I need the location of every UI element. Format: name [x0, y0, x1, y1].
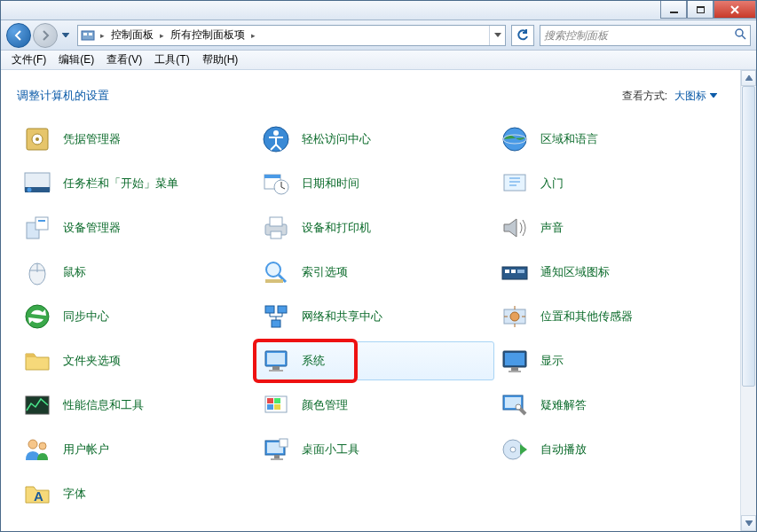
item-date-time[interactable]: 日期和时间: [256, 164, 494, 203]
svg-rect-28: [505, 270, 509, 273]
svg-rect-60: [280, 439, 288, 447]
item-label: 鼠标: [63, 264, 86, 280]
item-sound[interactable]: 声音: [494, 208, 733, 247]
view-mode-selector[interactable]: 查看方式: 大图标: [622, 89, 717, 104]
refresh-button[interactable]: [511, 25, 534, 46]
safe-icon: [22, 124, 52, 154]
svg-rect-22: [270, 217, 282, 226]
item-user-accounts[interactable]: 用户帐户: [17, 430, 256, 469]
breadcrumb-caret-icon: ▸: [98, 31, 107, 40]
close-button[interactable]: [714, 1, 756, 19]
svg-point-8: [273, 130, 279, 136]
breadcrumb-item-2[interactable]: 所有控制面板项: [167, 26, 248, 45]
system-icon: [261, 346, 291, 376]
svg-point-62: [510, 447, 516, 452]
item-device-manager[interactable]: 设备管理器: [17, 208, 256, 247]
svg-rect-15: [264, 175, 280, 178]
menu-help[interactable]: 帮助(H): [197, 51, 244, 69]
item-getting-started[interactable]: 入门: [494, 164, 733, 203]
item-notification-area[interactable]: 通知区域图标: [494, 253, 733, 292]
item-label: 设备和打印机: [302, 220, 371, 236]
item-ease-of-access[interactable]: 轻松访问中心: [256, 120, 494, 159]
scroll-thumb[interactable]: [742, 86, 755, 387]
search-icon[interactable]: [734, 27, 746, 43]
item-desktop-gadgets[interactable]: 桌面小工具: [256, 430, 494, 469]
svg-point-6: [35, 137, 39, 141]
item-color-management[interactable]: 颜色管理: [256, 386, 494, 425]
nav-history-dropdown[interactable]: [59, 23, 72, 48]
item-label: 通知区域图标: [540, 264, 610, 280]
svg-point-36: [510, 312, 519, 321]
svg-rect-26: [265, 279, 283, 283]
svg-point-31: [26, 305, 49, 328]
vertical-scrollbar[interactable]: [740, 70, 756, 531]
svg-point-3: [736, 29, 743, 36]
menu-edit[interactable]: 编辑(E): [53, 51, 99, 69]
search-input[interactable]: [544, 29, 734, 42]
view-mode-label: 查看方式:: [622, 89, 667, 104]
minimize-button[interactable]: [660, 1, 687, 19]
scroll-up-button[interactable]: [741, 70, 756, 86]
svg-rect-33: [278, 306, 287, 313]
users-icon: [22, 434, 52, 465]
scroll-track[interactable]: [741, 86, 756, 515]
item-autoplay[interactable]: 自动播放: [494, 430, 733, 469]
item-label: 字体: [63, 486, 86, 502]
search-box[interactable]: [540, 25, 751, 46]
item-mouse[interactable]: 鼠标: [17, 253, 256, 292]
svg-text:A: A: [34, 489, 43, 504]
item-label: 区域和语言: [540, 131, 598, 147]
content-area: 调整计算机的设置 查看方式: 大图标 凭据管理器 轻松访问中心: [1, 70, 756, 531]
svg-point-13: [28, 188, 32, 192]
svg-rect-30: [517, 270, 524, 273]
item-label: 入门: [540, 176, 564, 192]
item-label: 同步中心: [63, 309, 109, 325]
globe-icon: [500, 124, 530, 154]
svg-rect-39: [272, 366, 280, 370]
svg-rect-50: [274, 404, 280, 410]
item-label: 位置和其他传感器: [540, 309, 633, 325]
view-mode-value[interactable]: 大图标: [674, 89, 717, 104]
item-display[interactable]: 显示: [494, 341, 733, 380]
svg-rect-1: [83, 33, 87, 35]
item-region-language[interactable]: 区域和语言: [494, 120, 733, 159]
item-sync-center[interactable]: 同步中心: [17, 297, 256, 336]
svg-rect-32: [265, 306, 274, 313]
item-devices-printers[interactable]: 设备和打印机: [256, 208, 494, 247]
back-button[interactable]: [6, 23, 31, 48]
address-bar[interactable]: ▸ 控制面板 ▸ 所有控制面板项 ▸: [77, 25, 506, 46]
page-heading: 调整计算机的设置: [17, 88, 109, 104]
item-fonts[interactable]: A 字体: [17, 474, 256, 513]
item-label: 桌面小工具: [302, 442, 359, 458]
menu-file[interactable]: 文件(F): [6, 51, 51, 69]
address-history-dropdown[interactable]: [489, 26, 505, 45]
menu-view[interactable]: 查看(V): [101, 51, 147, 69]
item-label: 显示: [540, 353, 564, 369]
taskbar-icon: [22, 168, 52, 199]
item-taskbar-start[interactable]: 任务栏和「开始」菜单: [17, 164, 256, 203]
breadcrumb-item-1[interactable]: 控制面板: [107, 26, 157, 45]
menu-tools[interactable]: 工具(T): [149, 51, 194, 69]
fonts-icon: A: [22, 479, 52, 509]
svg-rect-44: [509, 371, 521, 372]
item-label: 性能信息和工具: [63, 397, 144, 413]
svg-rect-38: [267, 353, 285, 364]
network-icon: [261, 301, 291, 332]
scroll-down-button[interactable]: [741, 515, 756, 531]
forward-button[interactable]: [33, 23, 58, 48]
item-label: 轻松访问中心: [302, 131, 371, 147]
item-location-sensors[interactable]: 位置和其他传感器: [494, 297, 733, 336]
item-performance-info[interactable]: 性能信息和工具: [17, 386, 256, 425]
menubar: 文件(F) 编辑(E) 查看(V) 工具(T) 帮助(H): [1, 51, 756, 70]
item-system[interactable]: 系统: [256, 341, 494, 380]
item-troubleshooting[interactable]: 疑难解答: [494, 386, 733, 425]
autoplay-icon: [500, 434, 530, 465]
svg-rect-29: [511, 270, 516, 273]
item-folder-options[interactable]: 文件夹选项: [17, 341, 256, 380]
clock-icon: [261, 168, 291, 199]
maximize-button[interactable]: [687, 1, 714, 19]
item-indexing-options[interactable]: 索引选项: [256, 253, 494, 292]
item-label: 任务栏和「开始」菜单: [63, 176, 178, 192]
item-network-sharing[interactable]: 网络和共享中心: [256, 297, 494, 336]
item-credential-manager[interactable]: 凭据管理器: [17, 120, 256, 159]
